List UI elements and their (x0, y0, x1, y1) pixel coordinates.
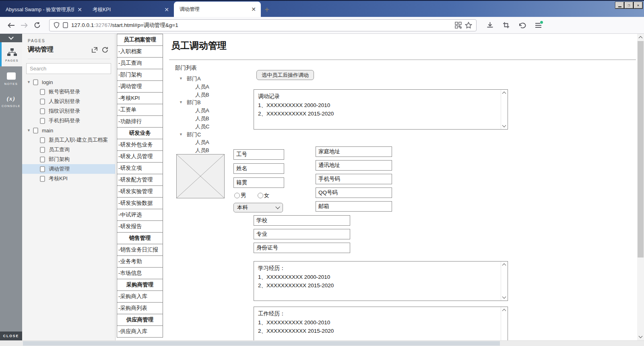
horizontal-scrollbar[interactable] (0, 340, 644, 346)
tab-lims[interactable]: Abyssal Swamp - 验室管理系统LIMS ✕ (0, 2, 87, 17)
tree-page-item[interactable]: 新员工入职-建立员工档案 (22, 135, 115, 145)
menu-item[interactable]: -研发实验数据 (117, 197, 163, 209)
back-button[interactable] (5, 19, 18, 32)
work-history-box[interactable]: 工作经历：1、XXXXXXXXXX 2000-20102、XXXXXXXXXXX… (254, 307, 508, 340)
tab-kpi[interactable]: 考核KPI ✕ (87, 2, 174, 17)
study-history-box[interactable]: 学习经历：1、XXXXXXXXXX 2000-20102、XXXXXXXXXXX… (254, 261, 508, 301)
new-tab-button[interactable]: + (261, 2, 273, 17)
field-QQ号码[interactable]: QQ号码 (316, 187, 392, 198)
scroll-down-icon[interactable] (502, 124, 506, 128)
tree-page-item[interactable]: 员工查询 (22, 145, 115, 154)
tree-page-item[interactable]: 部门架构 (22, 154, 115, 164)
menu-item[interactable]: -中试评选 (117, 209, 163, 221)
shield-icon[interactable] (54, 22, 60, 29)
field-专业[interactable]: 专业 (254, 229, 350, 239)
menu-item[interactable]: -采购商入库 (117, 290, 163, 303)
screenshot-icon[interactable] (500, 19, 512, 31)
dept-node[interactable]: ▼部门C (179, 131, 209, 139)
textarea-scrollbar[interactable] (501, 262, 508, 301)
rail-item-pages[interactable]: PAGES (0, 42, 22, 66)
radio-icon[interactable] (234, 193, 240, 198)
refresh-page-icon[interactable] (100, 47, 110, 53)
field-学校[interactable]: 学校 (254, 215, 350, 226)
page-info-icon[interactable] (63, 22, 68, 28)
bookmark-star-icon[interactable] (465, 22, 472, 29)
person-node[interactable]: 人员B (179, 146, 209, 154)
person-node[interactable]: 人员B (179, 91, 209, 99)
field-籍贯[interactable]: 籍贯 (233, 177, 284, 188)
menu-item[interactable]: -研发立项 (117, 162, 163, 174)
undo-icon[interactable] (516, 19, 528, 31)
field-邮箱[interactable]: 邮箱 (316, 201, 392, 212)
person-node[interactable]: 人员A (179, 138, 209, 146)
person-node[interactable]: 人员C (179, 123, 209, 131)
qr-code-icon[interactable] (455, 22, 462, 29)
field-家庭地址[interactable]: 家庭地址 (316, 146, 392, 157)
menu-item[interactable]: -研发外包业务 (117, 139, 163, 151)
downloads-icon[interactable] (484, 19, 496, 31)
field-身份证号[interactable]: 身份证号 (254, 243, 350, 253)
rail-item-console[interactable]: (x) CONSOLE (0, 90, 22, 112)
rail-item-notes[interactable]: NOTES (0, 66, 22, 90)
tab-transfer-active[interactable]: 调动管理 ✕ (174, 2, 261, 17)
field-工号[interactable]: 工号 (233, 149, 284, 160)
tree-page-item[interactable]: 调动管理 (22, 164, 115, 174)
tree-folder[interactable]: ▼ login (22, 77, 115, 87)
education-select[interactable]: 本科 (233, 203, 283, 212)
scroll-up-icon[interactable] (639, 36, 643, 40)
gender-option-男[interactable]: 男 (234, 192, 246, 199)
menu-item[interactable]: -市场信息 (117, 267, 163, 279)
menu-item[interactable]: -入职档案 (117, 45, 163, 58)
gender-option-女[interactable]: 女 (258, 192, 270, 199)
transfer-record-box[interactable]: 调动记录1、XXXXXXXXXX 2000-20102、XXXXXXXXXXX … (254, 89, 508, 130)
tab-close-icon[interactable]: ✕ (76, 6, 83, 13)
collapse-rail-button[interactable] (0, 34, 22, 42)
dept-node[interactable]: ▼部门B (179, 99, 209, 107)
person-node[interactable]: 人员B (179, 115, 209, 123)
tree-page-item[interactable]: 考核KPI (22, 174, 115, 183)
menu-item[interactable]: -部门架构 (117, 69, 163, 81)
person-node[interactable]: 人员A (179, 83, 209, 91)
scroll-up-icon[interactable] (502, 92, 506, 96)
field-通讯地址[interactable]: 通讯地址 (316, 160, 392, 171)
tab-close-icon[interactable]: ✕ (250, 6, 257, 12)
url-text[interactable]: 127.0.0.1:32767/start.html#p=调动管理&g=1 (71, 22, 452, 29)
scroll-down-icon[interactable] (502, 295, 506, 299)
minimize-button[interactable] (615, 2, 624, 8)
tree-page-item[interactable]: 指纹识别登录 (22, 106, 115, 116)
menu-item[interactable]: -工资单 (117, 104, 163, 116)
open-in-new-icon[interactable] (89, 47, 100, 53)
close-panel-button[interactable]: CLOSE (0, 332, 22, 340)
pages-search-input[interactable] (26, 63, 111, 74)
reload-button[interactable] (31, 19, 43, 32)
scroll-down-icon[interactable] (639, 334, 643, 338)
tree-folder[interactable]: ▼ main (22, 126, 115, 135)
field-姓名[interactable]: 姓名 (233, 163, 284, 174)
menu-item[interactable]: -研发配方管理 (117, 174, 163, 186)
person-node[interactable]: 人员A (179, 107, 209, 115)
url-bar[interactable]: 127.0.0.1:32767/start.html#p=调动管理&g=1 (49, 19, 477, 31)
menu-item[interactable]: -调动管理 (117, 80, 163, 93)
menu-icon[interactable] (532, 19, 544, 31)
dept-node[interactable]: ▼部门A (179, 75, 209, 83)
menu-item[interactable]: -功勋排行 (117, 115, 163, 128)
close-button[interactable]: ✕ (634, 2, 642, 8)
menu-item[interactable]: -研发实验管理 (117, 185, 163, 198)
menu-item[interactable]: -研发人员管理 (117, 150, 163, 163)
tree-page-item[interactable]: 手机扫码登录 (22, 116, 115, 126)
field-手机号码[interactable]: 手机号码 (316, 174, 392, 184)
menu-item[interactable]: -业务考勤 (117, 255, 163, 268)
tab-close-icon[interactable]: ✕ (163, 6, 170, 13)
textarea-scrollbar[interactable] (501, 90, 508, 129)
menu-item[interactable]: -供应商入库 (117, 325, 163, 338)
menu-item[interactable]: -考核KPI (117, 92, 163, 104)
menu-item[interactable]: -销售业务日汇报 (117, 244, 163, 256)
menu-item[interactable]: -研发报告 (117, 220, 163, 233)
scrollbar-thumb[interactable] (638, 41, 644, 257)
tree-page-item[interactable]: 人脸识别登录 (22, 97, 115, 106)
transfer-action-button[interactable]: 选中员工后操作调动 (256, 70, 314, 80)
menu-item[interactable]: -员工查询 (117, 57, 163, 69)
menu-item[interactable]: -采购商列表 (117, 302, 163, 314)
radio-icon[interactable] (258, 193, 263, 198)
textarea-scrollbar[interactable] (501, 307, 508, 340)
